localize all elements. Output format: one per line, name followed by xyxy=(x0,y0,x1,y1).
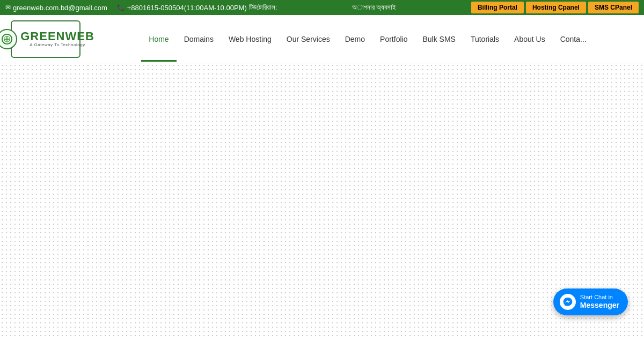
phone-info: 📞 +8801615-050504(11:00AM-10.00PM) টিউটো… xyxy=(117,3,277,12)
messenger-start-text: Start Chat in xyxy=(580,294,619,301)
billing-portal-button[interactable]: Billing Portal xyxy=(471,2,524,13)
nav-item-aboutus[interactable]: About Us xyxy=(507,17,553,62)
nav-item-contact[interactable]: Conta... xyxy=(553,17,594,62)
messenger-icon xyxy=(560,294,576,310)
nav-link-home[interactable]: Home xyxy=(141,17,176,62)
logo-box: GREENWEB A Gateway To Technology xyxy=(11,20,80,58)
nav-link-ourservices[interactable]: Our Services xyxy=(279,17,338,62)
messenger-text: Start Chat in Messenger xyxy=(580,294,619,310)
nav-link-contact[interactable]: Conta... xyxy=(553,17,594,62)
client-area-text: অাপনার অ্যবসাই xyxy=(352,3,397,11)
nav-link-bulksms[interactable]: Bulk SMS xyxy=(415,17,463,62)
tutorials-label: টিউটোরিয়াল: xyxy=(249,3,277,12)
logo-icon xyxy=(0,29,17,49)
logo[interactable]: GREENWEB A Gateway To Technology xyxy=(11,20,80,58)
email-text: greenweb.com.bd@gmail.com xyxy=(13,4,107,12)
client-area[interactable]: অাপনার অ্যবসাই xyxy=(352,3,397,12)
messenger-chat-text: Messenger xyxy=(580,301,619,310)
nav-item-ourservices[interactable]: Our Services xyxy=(279,17,338,62)
phone-icon: 📞 xyxy=(117,4,125,11)
sms-cpanel-button[interactable]: SMS CPanel xyxy=(588,2,639,13)
logo-tagline: A Gateway To Technology xyxy=(20,42,94,47)
nav-link-domains[interactable]: Domains xyxy=(177,17,221,62)
email-icon: ✉ xyxy=(5,4,11,11)
top-bar-left: ✉ greenweb.com.bd@gmail.com 📞 +8801615-0… xyxy=(5,3,277,12)
nav-link-aboutus[interactable]: About Us xyxy=(507,17,553,62)
top-bar: ✉ greenweb.com.bd@gmail.com 📞 +8801615-0… xyxy=(0,0,644,15)
nav-link-portfolio[interactable]: Portfolio xyxy=(372,17,415,62)
navbar: GREENWEB A Gateway To Technology Home Do… xyxy=(0,15,644,63)
nav-links: Home Domains Web Hosting Our Services De… xyxy=(102,17,633,62)
nav-item-tutorials[interactable]: Tutorials xyxy=(463,17,507,62)
top-bar-buttons: Billing Portal Hosting Cpanel SMS CPanel xyxy=(471,2,639,13)
phone-text: +8801615-050504(11:00AM-10.00PM) xyxy=(127,4,247,12)
messenger-chat-button[interactable]: Start Chat in Messenger xyxy=(553,289,628,315)
nav-item-bulksms[interactable]: Bulk SMS xyxy=(415,17,463,62)
nav-item-portfolio[interactable]: Portfolio xyxy=(372,17,415,62)
logo-text: GREENWEB A Gateway To Technology xyxy=(20,31,94,47)
nav-link-tutorials[interactable]: Tutorials xyxy=(463,17,507,62)
main-content: Start Chat in Messenger xyxy=(0,63,644,337)
nav-link-demo[interactable]: Demo xyxy=(338,17,372,62)
hosting-cpanel-button[interactable]: Hosting Cpanel xyxy=(526,2,586,13)
nav-link-webhosting[interactable]: Web Hosting xyxy=(221,17,279,62)
logo-title: GREENWEB xyxy=(20,31,94,42)
nav-item-webhosting[interactable]: Web Hosting xyxy=(221,17,279,62)
email-info: ✉ greenweb.com.bd@gmail.com xyxy=(5,4,107,12)
nav-item-domains[interactable]: Domains xyxy=(177,17,221,62)
nav-item-home[interactable]: Home xyxy=(141,17,176,62)
nav-item-demo[interactable]: Demo xyxy=(338,17,372,62)
